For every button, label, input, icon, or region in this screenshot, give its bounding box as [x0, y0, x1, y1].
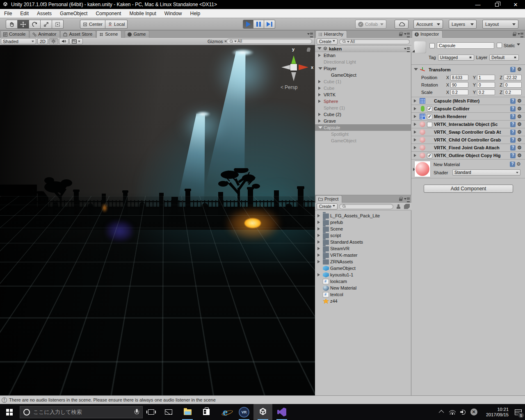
menu-file[interactable]: File	[0, 9, 16, 18]
draw-mode-dropdown[interactable]: Shaded	[1, 38, 36, 44]
hand-tool-button[interactable]	[6, 20, 18, 29]
project-item[interactable]: textcol	[315, 291, 411, 298]
foldout-closed-icon[interactable]	[317, 221, 322, 224]
foldout-closed-icon[interactable]	[318, 80, 322, 83]
scale-tool-button[interactable]	[41, 20, 52, 29]
project-item[interactable]: lookcam	[315, 278, 411, 285]
foldout-closed-icon[interactable]	[414, 115, 418, 118]
hierarchy-item-ethan[interactable]: Ethan	[315, 52, 411, 59]
taskbar-app-visual-studio[interactable]	[272, 404, 291, 420]
foldout-closed-icon[interactable]	[317, 234, 322, 237]
foldout-closed-icon[interactable]	[414, 99, 418, 103]
menu-assets[interactable]: Assets	[33, 9, 56, 18]
gear-icon[interactable]	[517, 106, 523, 112]
minimize-button[interactable]: —	[468, 0, 487, 9]
tray-wifi[interactable]	[447, 404, 458, 420]
status-bar[interactable]: ! There are no audio listeners in the sc…	[0, 395, 525, 404]
gear-icon[interactable]	[517, 137, 523, 143]
axis-x-cone[interactable]	[299, 64, 311, 70]
component-enabled-checkbox[interactable]	[427, 122, 432, 127]
menu-component[interactable]: Component	[91, 9, 125, 18]
foldout-closed-icon[interactable]	[317, 253, 322, 257]
account-dropdown[interactable]: Account	[413, 20, 443, 29]
foldout-closed-icon[interactable]	[318, 93, 322, 96]
projection-label[interactable]: <Persp	[281, 84, 297, 90]
scale-y-field[interactable]: 0.2	[477, 89, 495, 95]
hierarchy-item-player[interactable]: Player	[315, 65, 411, 72]
help-icon[interactable]	[510, 106, 516, 112]
component-enabled-checkbox[interactable]: ✓	[427, 153, 432, 158]
hierarchy-create-button[interactable]: Create	[317, 39, 338, 45]
foldout-closed-icon[interactable]	[317, 214, 322, 217]
gear-icon[interactable]	[517, 145, 523, 151]
hierarchy-item-capsule[interactable]: Capsule	[315, 124, 411, 131]
static-dropdown-icon[interactable]	[517, 43, 520, 47]
gear-icon[interactable]	[517, 98, 523, 104]
foldout-open-icon[interactable]	[414, 68, 418, 73]
foldout-closed-icon[interactable]	[318, 100, 322, 103]
tab-hierarchy[interactable]: Hierarchy	[315, 30, 347, 38]
project-item[interactable]: prefub	[315, 219, 411, 226]
project-item[interactable]: kyousitu1-1	[315, 272, 411, 278]
help-icon[interactable]	[510, 114, 516, 119]
axis-z-cone[interactable]	[291, 72, 296, 84]
foldout-open-icon[interactable]	[318, 67, 322, 72]
taskbar-clock[interactable]: 10:21 2017/09/15	[479, 407, 511, 418]
lock-icon[interactable]	[399, 34, 402, 36]
microphone-icon[interactable]	[135, 409, 139, 415]
pivot-toggle-button[interactable]: Center	[80, 20, 105, 29]
tab-project[interactable]: Project	[315, 195, 342, 203]
hierarchy-item-grave[interactable]: Grave	[315, 118, 411, 124]
layer-dropdown[interactable]: Default	[489, 55, 519, 61]
gear-icon[interactable]	[516, 162, 522, 167]
help-icon[interactable]	[510, 98, 516, 104]
component-header-vrtk-outline[interactable]: ✓ VRTK_Outline Object Copy Hig	[411, 151, 525, 159]
help-icon[interactable]	[510, 122, 516, 127]
object-name-field[interactable]: Capsule	[437, 42, 494, 49]
transform-component-header[interactable]: Transform	[411, 66, 525, 73]
component-header-mesh-renderer[interactable]: ✓ Mesh Renderer	[411, 112, 525, 120]
panel-menu-icon[interactable]	[518, 32, 523, 37]
search-filter-dropdown-icon[interactable]	[347, 41, 349, 44]
project-item[interactable]: GameObject	[315, 265, 411, 272]
tray-volume[interactable]	[458, 404, 468, 420]
tab-console[interactable]: Console	[0, 30, 29, 38]
2d-toggle-button[interactable]: 2D	[37, 38, 48, 44]
foldout-closed-icon[interactable]	[318, 119, 322, 123]
help-icon[interactable]	[510, 153, 516, 158]
hierarchy-item-cube-1[interactable]: Cube (1)	[315, 78, 411, 85]
foldout-open-icon[interactable]	[317, 47, 322, 52]
gizmo-lock-icon[interactable]	[307, 49, 310, 52]
move-tool-button[interactable]	[18, 20, 29, 29]
active-checkbox[interactable]	[429, 43, 435, 48]
restore-button[interactable]	[487, 0, 506, 9]
layers-dropdown[interactable]: Layers	[449, 20, 477, 29]
lock-icon[interactable]	[513, 34, 516, 36]
foldout-closed-icon[interactable]	[318, 54, 322, 57]
step-button[interactable]	[264, 20, 275, 29]
foldout-closed-icon[interactable]	[414, 123, 418, 126]
foldout-closed-icon[interactable]	[414, 138, 418, 142]
hierarchy-item-sphere-1[interactable]: Sphere (1)	[315, 105, 411, 111]
foldout-closed-icon[interactable]	[414, 107, 418, 110]
hierarchy-item-vrtk[interactable]: VRTK	[315, 91, 411, 98]
effects-dropdown-button[interactable]	[69, 38, 83, 44]
lock-icon[interactable]	[399, 199, 402, 201]
hierarchy-item-sphere[interactable]: Sphere	[315, 98, 411, 105]
tab-scene[interactable]: Scene	[96, 30, 121, 38]
tab-animator[interactable]: Animator	[30, 30, 60, 38]
taskbar-app-vr[interactable]: VR	[235, 404, 253, 420]
hierarchy-item-cube-2[interactable]: Cube (2)	[315, 111, 411, 118]
component-header-vrtk-swap[interactable]: VRTK_Swap Controller Grab At	[411, 128, 525, 136]
project-create-button[interactable]: Create	[317, 203, 338, 210]
scene-header-row[interactable]: kaken	[315, 46, 411, 52]
help-icon[interactable]	[510, 130, 516, 135]
gear-icon[interactable]	[517, 114, 523, 119]
foldout-closed-icon[interactable]	[317, 227, 322, 231]
rotation-y-field[interactable]: 0	[477, 82, 495, 88]
foldout-closed-icon[interactable]	[414, 154, 418, 157]
action-center-button[interactable]: 5	[511, 404, 525, 420]
panel-menu-icon[interactable]	[307, 32, 313, 37]
project-item[interactable]: script	[315, 232, 411, 239]
close-button[interactable]: ✕	[506, 0, 525, 9]
